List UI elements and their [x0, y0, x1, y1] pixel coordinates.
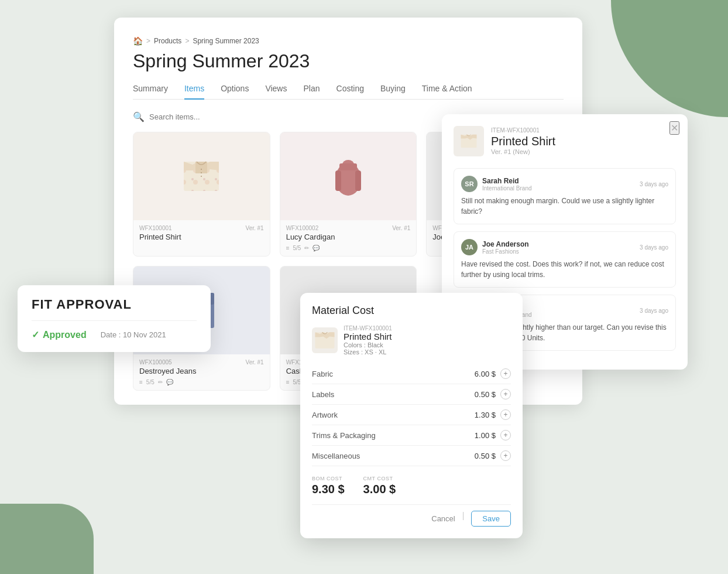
- action-divider: |: [462, 511, 465, 527]
- material-row-misc: Miscellaneous 0.50 $ +: [312, 446, 511, 466]
- material-row-labels: Labels 0.50 $ +: [312, 384, 511, 405]
- comment-entry-2: JA Joe Anderson Fast Fashions 3 days ago…: [454, 231, 676, 288]
- item-meta-score-j: 5/5: [146, 379, 154, 385]
- comment-time-1: 3 days ago: [640, 181, 668, 187]
- item-name-cardigan: Lucy Cardigan: [286, 233, 411, 241]
- fit-approval-status: ✓ Approved Date : 10 Nov 2021: [32, 329, 197, 340]
- item-name-shirt: Printed Shirt: [139, 233, 264, 241]
- material-price-fabric: 6.00 $ +: [475, 368, 511, 379]
- comment-name-1: Sarah Reid: [482, 177, 532, 185]
- tab-costing[interactable]: Costing: [336, 84, 364, 99]
- item-card-body-cardigan: WFX100002 Ver. #1 Lucy Cardigan ≡ 5/5 ✏ …: [280, 220, 417, 256]
- tab-timeaction[interactable]: Time & Action: [422, 84, 472, 99]
- item-name-jeans: Destroyed Jeans: [139, 367, 264, 375]
- search-input[interactable]: [149, 112, 266, 121]
- item-code-shirt: WFX100001: [139, 225, 172, 231]
- item-meta-icon-j: ≡: [139, 379, 143, 385]
- item-version-shirt: Ver. #1: [246, 225, 264, 231]
- tab-views[interactable]: Views: [265, 84, 287, 99]
- comment-user-details-1: Sarah Reid International Brand: [482, 177, 532, 192]
- material-price-misc: 0.50 $ +: [475, 450, 511, 461]
- comment-avatar-1: SR: [461, 176, 478, 192]
- item-meta-score: 5/5: [293, 245, 301, 251]
- comment-org-1: International Brand: [482, 185, 532, 192]
- comment-user-details-2: Joe Anderson Fast Fashions: [482, 240, 529, 255]
- breadcrumb-current: Spring Summer 2023: [193, 37, 259, 45]
- item-meta-chat-icon-j: 💬: [166, 379, 173, 385]
- material-add-misc-button[interactable]: +: [500, 450, 511, 461]
- fit-date: Date : 10 Nov 2021: [101, 330, 166, 339]
- material-label-artwork: Artwork: [312, 411, 338, 419]
- cancel-button[interactable]: Cancel: [431, 511, 455, 527]
- item-meta-icon: ≡: [286, 245, 290, 251]
- material-panel-title: Material Cost: [312, 305, 511, 317]
- tab-items[interactable]: Items: [184, 84, 204, 99]
- fit-approval-divider: [32, 320, 197, 321]
- svg-point-8: [201, 176, 202, 177]
- item-code-jeans: WFX100005: [139, 359, 172, 365]
- material-cost-panel: Material Cost ITEM-WFX100001 Printed Shi…: [300, 293, 523, 538]
- material-actions: Cancel | Save: [312, 504, 511, 527]
- item-image-shirt: [133, 132, 270, 220]
- material-item-header: ITEM-WFX100001 Printed Shirt Colors : Bl…: [312, 325, 511, 356]
- tab-plan[interactable]: Plan: [303, 84, 320, 99]
- item-card-body-jeans: WFX100005 Ver. #1 Destroyed Jeans ≡ 5/5 …: [133, 354, 270, 390]
- material-label-trims: Trims & Packaging: [312, 431, 376, 440]
- item-card-body-shirt: WFX100001 Ver. #1 Printed Shirt: [133, 220, 270, 250]
- material-add-trims-button[interactable]: +: [500, 430, 511, 440]
- material-totals: BOM COST 9.30 $ CMT COST 3.00 $: [312, 469, 511, 496]
- item-meta-jeans: ≡ 5/5 ✏ 💬: [139, 379, 264, 385]
- comment-org-2: Fast Fashions: [482, 248, 529, 255]
- svg-point-7: [201, 172, 202, 173]
- item-image-cardigan: [280, 132, 417, 220]
- checkmark-icon: ✓: [32, 329, 39, 340]
- material-row-fabric: Fabric 6.00 $ +: [312, 364, 511, 384]
- bom-cost-label: BOM COST: [312, 476, 345, 481]
- close-comment-panel-button[interactable]: ✕: [669, 121, 679, 135]
- date-label: Date :: [101, 330, 121, 339]
- item-card-cardigan[interactable]: WFX100002 Ver. #1 Lucy Cardigan ≡ 5/5 ✏ …: [280, 132, 417, 257]
- material-label-fabric: Fabric: [312, 370, 333, 378]
- item-meta-edit-icon-j: ✏: [158, 379, 163, 385]
- tab-options[interactable]: Options: [221, 84, 249, 99]
- material-price-trims: 1.00 $ +: [475, 430, 511, 440]
- svg-rect-13: [339, 163, 357, 170]
- decorative-blob-tr: [611, 0, 728, 117]
- comment-panel-item-info: ITEM-WFX100001 Printed Shirt Ver. #1 (Ne…: [491, 127, 555, 155]
- material-item-info: ITEM-WFX100001 Printed Shirt Colors : Bl…: [344, 325, 392, 356]
- material-item-name: Printed Shirt: [344, 332, 392, 341]
- comment-user-info-2: JA Joe Anderson Fast Fashions: [461, 239, 529, 255]
- material-label-labels: Labels: [312, 390, 334, 399]
- material-add-artwork-button[interactable]: +: [500, 409, 511, 420]
- comment-time-2: 3 days ago: [640, 244, 668, 251]
- cmt-cost-label: CMT COST: [363, 476, 396, 481]
- material-add-fabric-button[interactable]: +: [500, 368, 511, 379]
- comment-text-1: Still not making enough margin. Could we…: [461, 196, 668, 217]
- breadcrumb-sep-1: >: [146, 37, 150, 45]
- home-icon[interactable]: 🏠: [133, 36, 143, 46]
- svg-point-6: [201, 169, 202, 170]
- item-meta-icon-c: ≡: [286, 379, 290, 385]
- bom-cost-block: BOM COST 9.30 $: [312, 476, 345, 496]
- material-item-sizes: Sizes : XS · XL: [344, 348, 392, 356]
- comment-user-info-1: SR Sarah Reid International Brand: [461, 176, 532, 192]
- fit-approval-title: FIT APPROVAL: [32, 297, 197, 312]
- comment-name-2: Joe Anderson: [482, 240, 529, 248]
- item-card-shirt[interactable]: WFX100001 Ver. #1 Printed Shirt: [133, 132, 270, 257]
- date-value: 10 Nov 2021: [123, 330, 166, 339]
- svg-rect-11: [335, 170, 341, 191]
- breadcrumb-products[interactable]: Products: [154, 37, 181, 45]
- item-meta-chat-icon: 💬: [313, 245, 320, 251]
- material-row-trims: Trims & Packaging 1.00 $ +: [312, 425, 511, 446]
- tab-buying[interactable]: Buying: [380, 84, 406, 99]
- item-meta-edit-icon: ✏: [304, 245, 309, 251]
- tab-nav: Summary Items Options Views Plan Costing…: [133, 84, 564, 100]
- page-title: Spring Summer 2023: [133, 50, 564, 72]
- material-add-labels-button[interactable]: +: [500, 389, 511, 399]
- material-row-artwork: Artwork 1.30 $ +: [312, 405, 511, 425]
- tab-summary[interactable]: Summary: [133, 84, 168, 99]
- breadcrumb-sep-2: >: [185, 37, 189, 45]
- material-price-labels: 0.50 $ +: [475, 389, 511, 399]
- save-button[interactable]: Save: [471, 511, 511, 527]
- search-icon: 🔍: [133, 111, 145, 122]
